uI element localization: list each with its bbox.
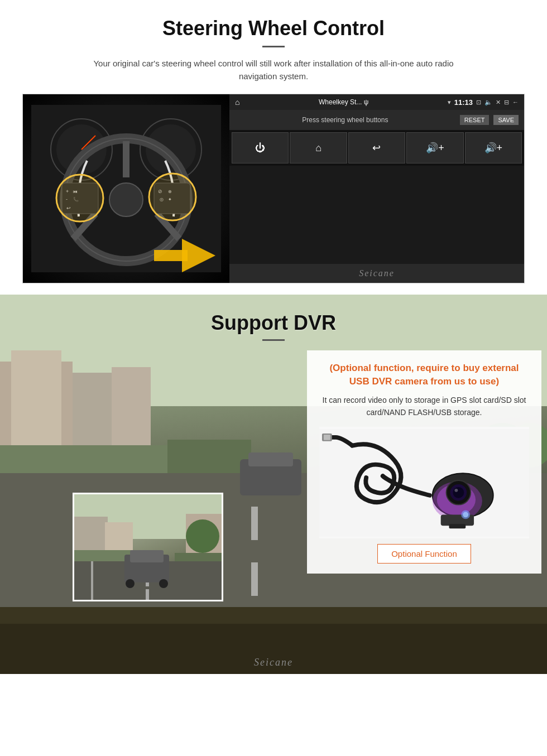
x-icon: ✕: [496, 99, 501, 106]
svg-point-24: [149, 174, 196, 220]
power-button[interactable]: ⏻: [232, 132, 289, 163]
seicane-brand-dvr: Seicane: [254, 657, 293, 668]
svg-point-75: [159, 579, 168, 588]
camera-icon: ⊡: [476, 99, 481, 106]
android-toolbar: Press steering wheel buttons RESET SAVE: [229, 110, 524, 130]
steering-wheel-photo: + ⏮ - 📞 ↩ ⊘ ⊕ ◎ ✦: [23, 94, 229, 283]
wifi-icon: ▾: [448, 99, 451, 106]
steering-section: Steering Wheel Control Your original car…: [0, 0, 547, 295]
dvr-card-body: It can record video only to storage in G…: [319, 394, 529, 419]
window-icon: ⊟: [504, 99, 509, 106]
svg-point-76: [186, 519, 219, 553]
dvr-card-title: (Optional function, require to buy exter…: [319, 362, 529, 388]
svg-rect-32: [0, 445, 167, 473]
vol-down-button[interactable]: 🔊+: [465, 132, 522, 163]
statusbar-title: Wheelkey St... ψ: [243, 98, 444, 106]
svg-rect-73: [130, 550, 164, 562]
android-buttons-grid: ⏻ ⌂ ↩ 🔊+ 🔊+: [229, 130, 524, 166]
svg-point-61: [463, 512, 468, 517]
save-button[interactable]: SAVE: [493, 115, 519, 125]
home-icon: ⌂: [235, 98, 239, 107]
svg-point-57: [454, 489, 458, 492]
dvr-title-area: Support DVR: [0, 295, 547, 346]
steering-title: Steering Wheel Control: [22, 17, 525, 40]
dvr-title: Support DVR: [0, 311, 547, 335]
steering-image-area: + ⏮ - 📞 ↩ ⊘ ⊕ ◎ ✦: [22, 94, 525, 283]
svg-rect-26: [154, 250, 188, 261]
svg-rect-70: [146, 589, 149, 600]
svg-rect-50: [324, 435, 330, 440]
svg-point-56: [453, 487, 464, 498]
svg-rect-36: [251, 562, 258, 596]
home-button[interactable]: ⌂: [290, 132, 347, 163]
svg-point-11: [109, 183, 143, 216]
vol-up-button[interactable]: 🔊+: [406, 132, 463, 163]
title-divider: [262, 46, 285, 47]
seicane-brand-steering: Seicane: [229, 264, 524, 283]
back-button[interactable]: ↩: [348, 132, 405, 163]
dvr-info-card: (Optional function, require to buy exter…: [307, 350, 541, 574]
svg-rect-43: [248, 452, 293, 466]
svg-point-23: [56, 175, 103, 221]
dvr-inset-photo: [73, 493, 223, 601]
svg-rect-33: [167, 440, 251, 473]
volume-icon: 🔈: [484, 99, 492, 106]
toolbar-instruction: Press steering wheel buttons: [235, 116, 455, 124]
android-statusbar: ⌂ Wheelkey St... ψ ▾ 11:13 ⊡ 🔈 ✕ ⊟ ←: [229, 94, 524, 110]
reset-button[interactable]: RESET: [460, 115, 490, 125]
svg-rect-35: [251, 507, 258, 540]
dvr-section: Support DVR (Optional function, require …: [0, 295, 547, 674]
android-ui-panel: ⌂ Wheelkey St... ψ ▾ 11:13 ⊡ 🔈 ✕ ⊟ ← Pre…: [229, 94, 524, 283]
svg-point-74: [126, 579, 135, 588]
dvr-camera-image: [319, 427, 529, 538]
dvr-divider: [262, 339, 285, 341]
optional-function-button[interactable]: Optional Function: [377, 544, 471, 564]
statusbar-time: 11:13: [454, 98, 473, 107]
svg-rect-71: [91, 561, 93, 601]
svg-rect-59: [449, 524, 466, 528]
steering-description: Your original car's steering wheel contr…: [78, 57, 469, 83]
back-icon: ←: [512, 99, 519, 105]
